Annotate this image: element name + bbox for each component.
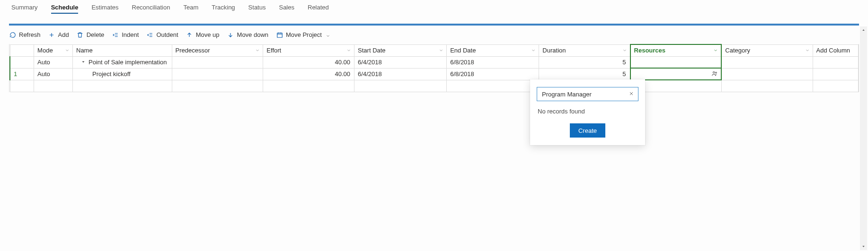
tab-team[interactable]: Team <box>183 4 198 14</box>
delete-label: Delete <box>87 31 105 38</box>
header-effort[interactable]: Effort <box>263 44 354 56</box>
indent-button[interactable]: Indent <box>112 30 139 39</box>
vertical-scrollbar[interactable] <box>860 26 867 250</box>
refresh-label: Refresh <box>19 31 41 38</box>
chevron-down-icon[interactable] <box>65 47 70 54</box>
cell-empty[interactable] <box>721 80 813 92</box>
lookup-search-input[interactable] <box>541 90 629 98</box>
header-name[interactable]: Name <box>73 44 172 56</box>
cell-effort[interactable]: 40.00 <box>263 56 354 68</box>
header-effort-label: Effort <box>266 47 281 54</box>
chevron-down-icon[interactable] <box>255 47 260 54</box>
header-resources[interactable]: Resources <box>630 44 722 56</box>
people-icon[interactable] <box>711 70 718 78</box>
chevron-down-icon <box>326 33 330 37</box>
clear-icon[interactable] <box>629 91 634 98</box>
cell-name[interactable]: Project kickoff <box>73 68 172 80</box>
cell-name[interactable]: Point of Sale implementation <box>73 56 172 68</box>
chevron-down-icon[interactable] <box>346 47 351 54</box>
chevron-down-icon[interactable] <box>531 47 536 54</box>
cell-empty[interactable] <box>10 80 34 92</box>
header-addcolumn-label: Add Column <box>816 47 850 54</box>
tab-tracking[interactable]: Tracking <box>212 4 235 14</box>
cell-mode[interactable]: Auto <box>34 56 73 68</box>
header-addcolumn[interactable]: Add Column <box>813 44 858 56</box>
cell-empty[interactable] <box>34 80 73 92</box>
svg-rect-0 <box>277 33 282 37</box>
tab-status[interactable]: Status <box>248 4 266 14</box>
header-enddate[interactable]: End Date <box>447 44 539 56</box>
header-startdate[interactable]: Start Date <box>354 44 447 56</box>
cell-startdate[interactable]: 6/4/2018 <box>354 56 447 68</box>
chevron-down-icon[interactable] <box>713 47 718 54</box>
task-name-text: Project kickoff <box>76 70 131 78</box>
movedown-label: Move down <box>237 31 268 38</box>
chevron-down-icon[interactable] <box>622 47 627 54</box>
svg-point-1 <box>713 71 715 73</box>
cell-category[interactable] <box>721 68 813 80</box>
add-button[interactable]: Add <box>48 30 69 39</box>
table-row[interactable]: 1 Auto Project kickoff 40.00 6/4/2018 6/… <box>10 68 859 80</box>
tab-related[interactable]: Related <box>308 4 329 14</box>
header-rowindex[interactable] <box>10 44 34 56</box>
cell-predecessor[interactable] <box>172 68 263 80</box>
cell-startdate[interactable]: 6/4/2018 <box>354 68 447 80</box>
task-name-text: Point of Sale implementation <box>89 59 167 66</box>
cell-category[interactable] <box>721 56 813 68</box>
table-row-empty[interactable] <box>10 80 859 92</box>
scroll-up-icon[interactable] <box>860 26 867 34</box>
table-row[interactable]: Auto Point of Sale implementation 40.00 … <box>10 56 859 68</box>
cell-duration[interactable]: 5 <box>539 56 630 68</box>
delete-button[interactable]: Delete <box>77 30 105 39</box>
cell-empty[interactable] <box>447 80 539 92</box>
svg-point-2 <box>716 72 717 73</box>
cell-rowindex[interactable] <box>10 56 34 68</box>
chevron-down-icon[interactable] <box>805 47 810 54</box>
cell-resources-active[interactable] <box>630 68 722 80</box>
header-duration[interactable]: Duration <box>539 44 630 56</box>
lookup-empty-message: No records found <box>538 108 638 115</box>
cell-addcolumn[interactable] <box>813 68 858 80</box>
cell-enddate[interactable]: 6/8/2018 <box>447 68 539 80</box>
chevron-down-icon[interactable] <box>439 47 443 54</box>
scroll-down-icon[interactable] <box>860 243 867 250</box>
resource-lookup-popup: No records found Create <box>530 79 645 145</box>
header-name-label: Name <box>76 47 93 54</box>
cell-predecessor[interactable] <box>172 56 263 68</box>
tab-estimates[interactable]: Estimates <box>91 4 118 14</box>
cell-enddate[interactable]: 6/8/2018 <box>447 56 539 68</box>
cell-rowindex[interactable]: 1 <box>10 68 34 80</box>
cell-mode[interactable]: Auto <box>34 68 73 80</box>
collapse-icon[interactable] <box>81 59 86 66</box>
outdent-icon <box>146 31 153 38</box>
tab-sales[interactable]: Sales <box>279 4 294 14</box>
header-predecessor[interactable]: Predecessor <box>172 44 263 56</box>
refresh-button[interactable]: Refresh <box>9 30 41 39</box>
cell-addcolumn[interactable] <box>813 56 858 68</box>
arrow-up-icon <box>186 31 193 38</box>
header-row: Mode Name Predecessor Effort Start Date <box>10 44 859 56</box>
cell-empty[interactable] <box>172 80 263 92</box>
cell-empty[interactable] <box>813 80 858 92</box>
outdent-button[interactable]: Outdent <box>146 30 178 39</box>
cell-effort[interactable]: 40.00 <box>263 68 354 80</box>
header-resources-label: Resources <box>634 47 665 54</box>
tab-schedule[interactable]: Schedule <box>51 4 79 14</box>
movedown-button[interactable]: Move down <box>227 30 268 39</box>
arrow-down-icon <box>227 31 234 38</box>
moveup-button[interactable]: Move up <box>186 30 220 39</box>
cell-resources[interactable] <box>630 56 722 68</box>
cell-duration[interactable]: 5 <box>539 68 630 80</box>
header-predecessor-label: Predecessor <box>176 47 210 54</box>
cell-empty[interactable] <box>263 80 354 92</box>
header-mode-label: Mode <box>37 47 53 54</box>
header-mode[interactable]: Mode <box>34 44 73 56</box>
tab-reconciliation[interactable]: Reconciliation <box>132 4 170 14</box>
header-category[interactable]: Category <box>721 44 813 56</box>
plus-icon <box>48 31 55 38</box>
cell-empty[interactable] <box>73 80 172 92</box>
cell-empty[interactable] <box>354 80 447 92</box>
tab-summary[interactable]: Summary <box>11 4 38 14</box>
create-button[interactable]: Create <box>570 123 605 138</box>
moveproject-button[interactable]: Move Project <box>276 30 330 39</box>
